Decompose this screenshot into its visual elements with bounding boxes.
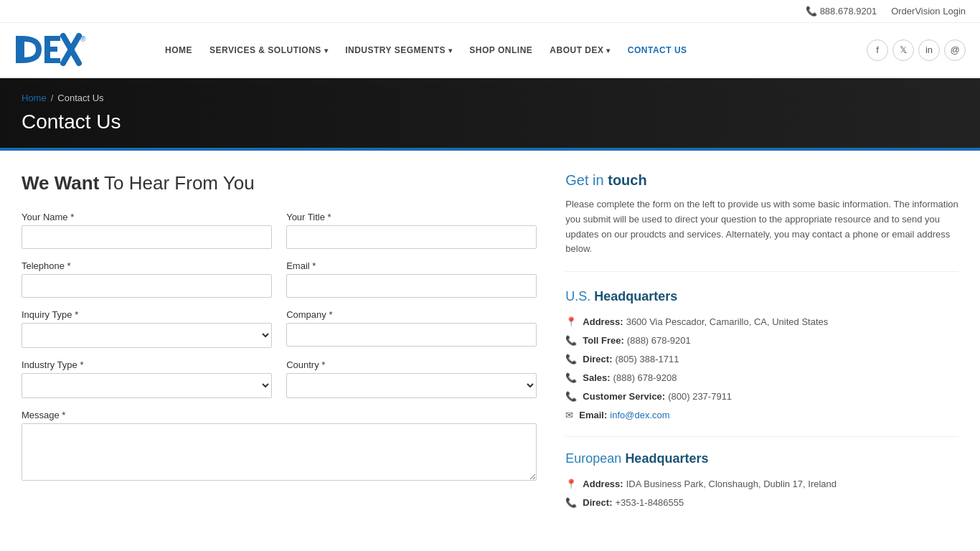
nav-shop[interactable]: SHOP ONLINE bbox=[462, 39, 540, 61]
logo[interactable]: ® bbox=[14, 30, 129, 70]
eu-location-icon: 📍 bbox=[565, 475, 577, 494]
phone-icon: 📞 bbox=[565, 331, 577, 350]
order-vision-login[interactable]: OrderVision Login bbox=[891, 6, 966, 17]
inquiry-label: Inquiry Type * bbox=[22, 309, 272, 320]
field-country: Country * bbox=[286, 359, 537, 398]
svg-rect-4 bbox=[44, 58, 60, 63]
header: ® HOME SERVICES & SOLUTIONS ▾ INDUSTRY S… bbox=[0, 23, 980, 78]
title-label: Your Title * bbox=[286, 212, 537, 222]
field-industry: Industry Type * bbox=[22, 359, 272, 398]
linkedin-icon[interactable]: in bbox=[918, 39, 940, 61]
eu-hq-title: European Headquarters bbox=[565, 451, 958, 466]
breadcrumb-current: Contact Us bbox=[57, 93, 103, 103]
title-input[interactable] bbox=[286, 225, 537, 249]
industry-select[interactable] bbox=[22, 373, 272, 398]
form-row-industry-country: Industry Type * Country * bbox=[22, 359, 537, 398]
eu-direct-row: 📞 Direct: +353-1-8486555 bbox=[565, 494, 958, 512]
svg-rect-0 bbox=[16, 36, 22, 63]
breadcrumb-separator: / bbox=[51, 93, 54, 103]
email-input[interactable] bbox=[286, 274, 537, 298]
country-select[interactable] bbox=[286, 373, 537, 398]
main-content: We Want To Hear From You Your Name * You… bbox=[0, 151, 980, 541]
field-message: Message * bbox=[22, 410, 537, 481]
country-label: Country * bbox=[286, 359, 537, 370]
us-hq-title: U.S. Headquarters bbox=[565, 289, 958, 304]
page-title: Contact Us bbox=[22, 110, 958, 148]
breadcrumb-home[interactable]: Home bbox=[22, 93, 47, 103]
field-inquiry: Inquiry Type * bbox=[22, 309, 272, 348]
hero-banner: Home / Contact Us Contact Us bbox=[0, 78, 980, 151]
us-email-link[interactable]: info@dex.com bbox=[610, 406, 669, 425]
us-address-row: 📍 Address: 3600 Via Pescador, Camarillo,… bbox=[565, 313, 958, 331]
field-company: Company * bbox=[286, 309, 537, 348]
info-description: Please complete the form on the left to … bbox=[565, 197, 958, 272]
field-email: Email * bbox=[286, 260, 537, 298]
us-hq-details: 📍 Address: 3600 Via Pescador, Camarillo,… bbox=[565, 313, 958, 437]
phone-icon-2: 📞 bbox=[565, 350, 577, 369]
nav-home[interactable]: HOME bbox=[158, 39, 199, 61]
email-label: Email * bbox=[286, 260, 537, 271]
company-label: Company * bbox=[286, 309, 537, 320]
field-name: Your Name * bbox=[22, 212, 272, 249]
message-textarea[interactable] bbox=[22, 423, 537, 481]
telephone-input[interactable] bbox=[22, 274, 272, 298]
top-bar: 888.678.9201 OrderVision Login bbox=[0, 0, 980, 23]
eu-hq-details: 📍 Address: IDA Business Park, Clonshaugh… bbox=[565, 475, 958, 512]
svg-text:®: ® bbox=[80, 35, 86, 43]
nav-services[interactable]: SERVICES & SOLUTIONS ▾ bbox=[202, 39, 335, 61]
get-in-touch-heading: Get in touch bbox=[565, 172, 958, 189]
social-icons: f 𝕏 in @ bbox=[867, 39, 966, 61]
nav-industry[interactable]: INDUSTRY SEGMENTS ▾ bbox=[338, 39, 459, 61]
phone-number: 888.678.9201 bbox=[806, 6, 877, 17]
form-row-message: Message * bbox=[22, 410, 537, 481]
message-label: Message * bbox=[22, 410, 537, 420]
phone-icon-3: 📞 bbox=[565, 369, 577, 387]
info-section: Get in touch Please complete the form on… bbox=[565, 172, 958, 512]
breadcrumb: Home / Contact Us bbox=[22, 93, 958, 103]
industry-label: Industry Type * bbox=[22, 359, 272, 370]
us-customer-row: 📞 Customer Service: (800) 237-7911 bbox=[565, 387, 958, 406]
form-heading: We Want To Hear From You bbox=[22, 172, 537, 194]
us-tollfree-row: 📞 Toll Free: (888) 678-9201 bbox=[565, 331, 958, 350]
inquiry-select[interactable] bbox=[22, 323, 272, 348]
main-nav: HOME SERVICES & SOLUTIONS ▾ INDUSTRY SEG… bbox=[158, 39, 859, 61]
form-row-phone-email: Telephone * Email * bbox=[22, 260, 537, 298]
nav-about[interactable]: ABOUT DEX ▾ bbox=[542, 39, 618, 61]
twitter-icon[interactable]: 𝕏 bbox=[892, 39, 914, 61]
contact-form-section: We Want To Hear From You Your Name * You… bbox=[22, 172, 537, 512]
name-input[interactable] bbox=[22, 225, 272, 249]
company-input[interactable] bbox=[286, 323, 537, 347]
us-direct-row: 📞 Direct: (805) 388-1711 bbox=[565, 350, 958, 369]
nav-contact[interactable]: CONTACT US bbox=[621, 39, 694, 61]
email-icon-info: ✉ bbox=[565, 406, 573, 425]
eu-phone-icon: 📞 bbox=[565, 494, 577, 512]
us-sales-row: 📞 Sales: (888) 678-9208 bbox=[565, 369, 958, 387]
telephone-label: Telephone * bbox=[22, 260, 272, 271]
svg-rect-3 bbox=[44, 47, 57, 52]
form-row-name-title: Your Name * Your Title * bbox=[22, 212, 537, 249]
form-row-inquiry-company: Inquiry Type * Company * bbox=[22, 309, 537, 348]
phone-icon-4: 📞 bbox=[565, 387, 577, 406]
email-icon[interactable]: @ bbox=[944, 39, 966, 61]
us-email-row: ✉ Email: info@dex.com bbox=[565, 406, 958, 425]
eu-address-row: 📍 Address: IDA Business Park, Clonshaugh… bbox=[565, 475, 958, 494]
svg-rect-2 bbox=[44, 36, 60, 41]
facebook-icon[interactable]: f bbox=[867, 39, 888, 61]
field-telephone: Telephone * bbox=[22, 260, 272, 298]
field-title: Your Title * bbox=[286, 212, 537, 249]
location-icon: 📍 bbox=[565, 313, 577, 331]
name-label: Your Name * bbox=[22, 212, 272, 222]
